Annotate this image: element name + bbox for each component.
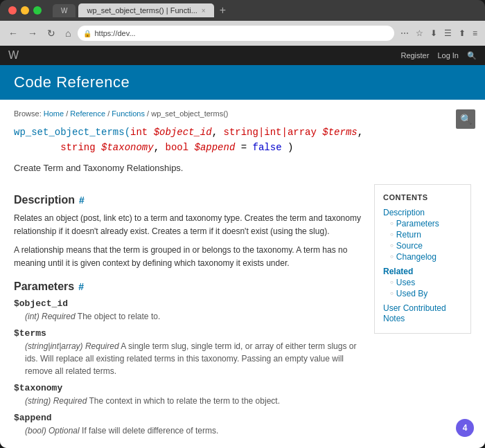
- main-layout: Description # Relates an object (post, l…: [14, 184, 471, 442]
- param-append: $append (bool) Optional If false will de…: [14, 413, 363, 437]
- toc-box: CONTENTS Description Parameters Return: [374, 184, 471, 334]
- breadcrumb-current: wp_set_object_terms(): [151, 109, 228, 118]
- toc-sub-source: Source: [390, 241, 462, 251]
- parameters-hash[interactable]: #: [78, 281, 84, 292]
- maximize-dot[interactable]: [33, 6, 42, 15]
- home-button[interactable]: ⌂: [62, 26, 73, 40]
- breadcrumb-home[interactable]: Home: [44, 109, 64, 118]
- param-terms-type: (string|int|array) Required: [25, 341, 119, 351]
- toc-sub-changelog: Changelog: [390, 252, 462, 262]
- param1-type: int: [130, 127, 148, 138]
- param-taxonomy-desc: (string) Required The context in which t…: [25, 395, 363, 407]
- param-object-id-type: (int) Required: [25, 312, 76, 321]
- fn-name: wp_set_object_terms(: [14, 127, 130, 138]
- toc-list: Description Parameters Return S: [383, 207, 462, 323]
- param-object-id-title: $object_id: [14, 298, 363, 309]
- url-bar[interactable]: 🔒 https://dev...: [78, 26, 394, 41]
- param-terms-desc: (string|int|array) Required A single ter…: [25, 340, 363, 377]
- breadcrumb-functions[interactable]: Functions: [112, 109, 145, 118]
- param-taxonomy-title: $taxonomy: [14, 383, 363, 393]
- breadcrumb-reference[interactable]: Reference: [70, 109, 105, 118]
- description-para1: Relates an object (post, link etc) to a …: [14, 212, 363, 238]
- titlebar: W wp_set_object_terms() | Functi... × +: [0, 0, 485, 21]
- search-button[interactable]: 🔍: [456, 109, 475, 129]
- menu-icon[interactable]: ≡: [470, 27, 479, 39]
- toc-sub-parameters: Parameters: [390, 219, 462, 229]
- toc-sub-uses: Uses: [390, 278, 462, 287]
- wp-admin-bar: W Register Log In 🔍: [0, 46, 485, 65]
- lock-icon: 🔒: [83, 30, 91, 37]
- param-object-id: $object_id (int) Required The object to …: [14, 298, 363, 323]
- toc-sub-used-by: Used By: [390, 289, 462, 298]
- param-terms: $terms (string|int|array) Required A sin…: [14, 328, 363, 377]
- back-button[interactable]: ←: [6, 26, 21, 40]
- scroll-badge-count: 4: [463, 423, 468, 433]
- extensions-icon[interactable]: ⋯: [398, 27, 411, 39]
- param4-default: false: [253, 142, 282, 153]
- share-icon[interactable]: ⬆: [457, 27, 468, 39]
- param3-name: $taxonomy: [101, 142, 154, 153]
- new-tab-button[interactable]: +: [220, 4, 226, 17]
- download-icon[interactable]: ⬇: [428, 27, 439, 39]
- toc-source-link[interactable]: Source: [396, 241, 423, 251]
- toc-sub-return: Return: [390, 230, 462, 240]
- reload-button[interactable]: ↻: [44, 26, 58, 40]
- browser-bar: ← → ↻ ⌂ 🔒 https://dev... ⋯ ☆ ⬇ ☰ ⬆ ≡: [0, 21, 485, 46]
- toc-user-notes-link[interactable]: User Contributed Notes: [383, 303, 446, 323]
- minimize-dot[interactable]: [21, 6, 29, 15]
- register-link[interactable]: Register: [400, 51, 429, 60]
- equals: =: [235, 142, 252, 153]
- description-heading: Description #: [14, 194, 363, 206]
- toc-item-related: Related: [383, 266, 462, 276]
- login-link[interactable]: Log In: [437, 51, 459, 60]
- toc-sub-list: Parameters Return Source Changelog: [383, 219, 462, 262]
- toc-description-link[interactable]: Description: [383, 208, 425, 217]
- url-text: https://dev...: [94, 29, 389, 37]
- tab-close-button[interactable]: ×: [202, 7, 206, 15]
- active-tab[interactable]: wp_set_object_terms() | Functi... ×: [78, 3, 213, 17]
- browse-label: Browse:: [14, 109, 42, 118]
- description-hash[interactable]: #: [79, 195, 85, 206]
- toc-return-link[interactable]: Return: [396, 230, 421, 240]
- reader-icon[interactable]: ☰: [442, 27, 454, 39]
- sep2: ,: [358, 127, 363, 138]
- short-description: Create Term and Taxonomy Relationships.: [14, 163, 471, 173]
- toc-title: CONTENTS: [383, 193, 462, 201]
- scroll-badge: 4: [456, 419, 474, 437]
- description-section: Description # Relates an object (post, l…: [14, 194, 363, 271]
- page: Code Reference 🔍 Browse: Home / Referenc…: [0, 65, 485, 448]
- param-taxonomy: $taxonomy (string) Required The context …: [14, 383, 363, 407]
- search-icon-wpbar[interactable]: 🔍: [467, 51, 477, 60]
- param1-name: $object_id: [154, 127, 212, 138]
- breadcrumb-sep3: /: [147, 109, 149, 118]
- sep1: ,: [212, 127, 224, 138]
- sep3: ,: [154, 142, 166, 153]
- param4-name: $append: [195, 142, 236, 153]
- site-title: Code Reference: [14, 73, 471, 91]
- function-signature: wp_set_object_terms(int $object_id, stri…: [14, 125, 471, 156]
- toc-changelog-link[interactable]: Changelog: [396, 252, 436, 262]
- toc-sidebar: CONTENTS Description Parameters Return: [374, 184, 471, 442]
- toc-item-user-notes: User Contributed Notes: [383, 303, 462, 323]
- toc-uses-link[interactable]: Uses: [396, 278, 415, 287]
- param-object-id-desc: (int) Required The object to relate to.: [25, 310, 363, 323]
- breadcrumb: Browse: Home / Reference / Functions / w…: [14, 109, 471, 118]
- param4-type: bool: [165, 142, 188, 153]
- parameters-section: Parameters # $object_id (int) Required T…: [14, 280, 363, 437]
- toc-related-label: Related: [383, 267, 413, 276]
- tab-label: wp_set_object_terms() | Functi...: [87, 6, 197, 15]
- description-para2: A relationship means that the term is gr…: [14, 244, 363, 270]
- forward-button[interactable]: →: [25, 26, 40, 40]
- toc-parameters-link[interactable]: Parameters: [396, 219, 439, 229]
- toc-related-list: Uses Used By: [383, 278, 462, 298]
- param-taxonomy-type: (string) Required: [25, 396, 87, 406]
- tab-wp-logo: W: [53, 4, 76, 17]
- parameters-heading: Parameters #: [14, 280, 363, 293]
- main-content: Description # Relates an object (post, l…: [14, 184, 363, 442]
- browser-actions: ⋯ ☆ ⬇ ☰ ⬆ ≡: [398, 27, 479, 39]
- toc-used-by-link[interactable]: Used By: [396, 289, 427, 298]
- bookmark-icon[interactable]: ☆: [414, 27, 425, 39]
- close-dot[interactable]: [8, 6, 17, 15]
- toc-item-description: Description: [383, 207, 462, 217]
- site-header: Code Reference: [0, 65, 485, 100]
